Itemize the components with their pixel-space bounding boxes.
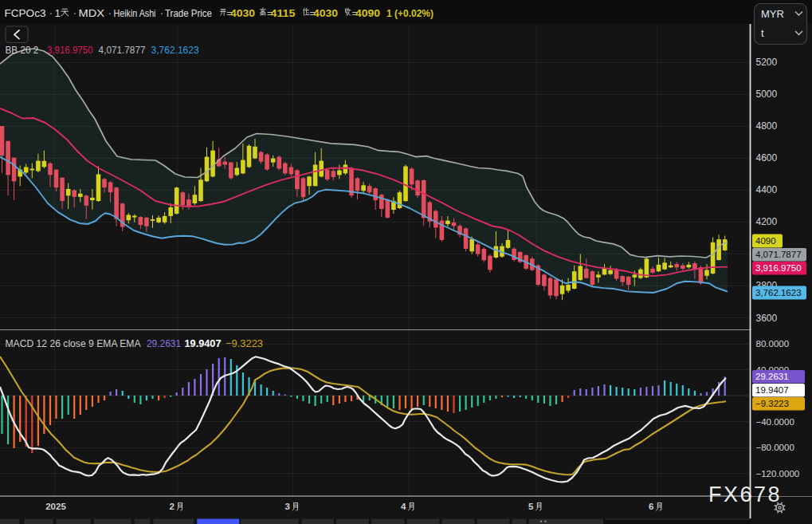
svg-text:5000: 5000 — [756, 89, 778, 100]
svg-text:4,071.7877: 4,071.7877 — [755, 250, 802, 259]
svg-text:4030: 4030 — [230, 8, 255, 19]
svg-text:4400: 4400 — [756, 184, 778, 195]
svg-text:19.9407: 19.9407 — [755, 385, 789, 395]
svg-text:−40.0000: −40.0000 — [756, 417, 794, 427]
svg-text:2: 2 — [170, 502, 175, 511]
svg-text:29.2631: 29.2631 — [755, 372, 789, 381]
svg-text:4,071.7877: 4,071.7877 — [99, 45, 146, 56]
svg-text:·: · — [160, 6, 164, 19]
svg-text:5200: 5200 — [756, 57, 778, 68]
svg-text:3600: 3600 — [756, 313, 778, 324]
svg-text:Heikin Ashi: Heikin Ashi — [114, 8, 156, 19]
svg-text:4200: 4200 — [756, 216, 778, 227]
svg-text:FCPOc3: FCPOc3 — [5, 8, 46, 19]
svg-text:1: 1 — [55, 8, 61, 19]
svg-text:4090: 4090 — [755, 236, 776, 246]
svg-text:2025: 2025 — [45, 502, 66, 511]
svg-text:MDX: MDX — [79, 8, 105, 19]
svg-text:·: · — [108, 6, 112, 19]
svg-text:3: 3 — [285, 502, 290, 511]
svg-text:4030: 4030 — [313, 8, 338, 19]
svg-text:3,762.1623: 3,762.1623 — [151, 45, 199, 56]
svg-text:5: 5 — [528, 502, 534, 511]
svg-text:4: 4 — [401, 502, 406, 511]
svg-text:4090: 4090 — [355, 8, 380, 19]
svg-text:·: · — [49, 6, 53, 19]
svg-text:−9.3223: −9.3223 — [755, 399, 789, 408]
svg-text:1 (+0.02%): 1 (+0.02%) — [386, 8, 433, 19]
svg-text:4115: 4115 — [271, 8, 296, 19]
svg-text:80.0000: 80.0000 — [756, 339, 790, 349]
svg-text:t: t — [761, 27, 764, 39]
svg-text:BB 20 2: BB 20 2 — [6, 45, 39, 56]
svg-text:MYR: MYR — [761, 8, 784, 20]
svg-text:19.9407: 19.9407 — [185, 338, 222, 349]
svg-text:3,916.9750: 3,916.9750 — [47, 45, 93, 56]
svg-text:−80.0000: −80.0000 — [756, 443, 794, 452]
svg-text:FX678: FX678 — [708, 483, 782, 506]
svg-text:6: 6 — [649, 502, 653, 511]
svg-text:·: · — [73, 6, 77, 19]
svg-text:MACD 12 26 close 9 EMA EMA: MACD 12 26 close 9 EMA EMA — [6, 338, 142, 349]
svg-text:3,916.9750: 3,916.9750 — [755, 263, 802, 273]
svg-text:−9.3223: −9.3223 — [226, 338, 263, 349]
svg-text:29.2631: 29.2631 — [147, 338, 181, 349]
svg-text:−120.0000: −120.0000 — [756, 469, 800, 479]
svg-text:4800: 4800 — [756, 120, 778, 132]
svg-text:3,762.1623: 3,762.1623 — [755, 288, 802, 297]
svg-text:Trade Price: Trade Price — [165, 8, 212, 19]
svg-text:4600: 4600 — [756, 152, 778, 164]
